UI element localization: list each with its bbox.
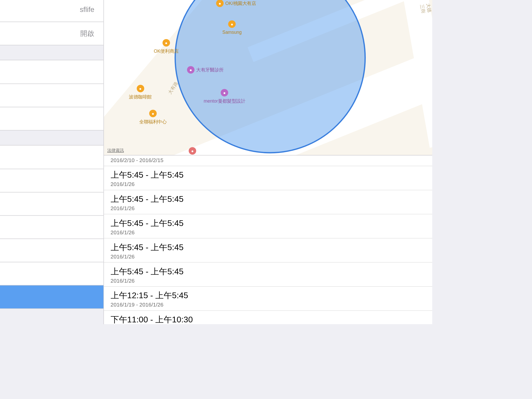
poi-label: OK/桃園大有店 (225, 0, 256, 6)
row-label: Wi-Fi (0, 6, 80, 14)
map-poi[interactable]: ●OK/桃園大有店 (216, 0, 256, 7)
row-label: 電池 (0, 269, 97, 278)
visit-row[interactable]: 上午5:45 - 上午5:452016/1/26 (104, 238, 432, 263)
row-label: 藍牙 (0, 29, 80, 38)
visit-time: 上午12:15 - 上午5:45 (111, 290, 426, 301)
visit-range-header: 2016/2/10 - 2016/2/15 (104, 155, 432, 166)
legal-link[interactable]: 法律資訊 (107, 148, 124, 153)
row-label: 控制中心 (0, 90, 97, 100)
visit-time: 上午5:45 - 上午5:45 (111, 266, 426, 277)
detail-panel: ‹ 桃園縣 參訪次數 ●Hu-t'ou Shan●萊茵堡咖啡簡餐●OK/桃園大有… (104, 0, 432, 324)
map-poi[interactable]: ●Samsung (222, 20, 242, 34)
visit-date: 2016/1/26 (111, 254, 426, 260)
visit-date: 2016/1/26 (111, 229, 426, 236)
visit-row[interactable]: 上午5:45 - 上午5:452016/1/26 (104, 263, 432, 287)
row-label: 一般 (0, 152, 97, 162)
poi-label: OK便利商店 (154, 48, 179, 55)
row-label: 聲音 (0, 222, 97, 232)
visit-list[interactable]: 2016/2/10 - 2016/2/15 上午5:45 - 上午5:45201… (104, 155, 432, 324)
sidebar-item-螢幕顯示與亮度[interactable]: AA螢幕顯示與亮度 (0, 169, 103, 192)
sidebar-item-藍牙[interactable]: 藍牙開啟 (0, 22, 103, 45)
visit-row[interactable]: 上午12:15 - 上午5:452016/1/19 - 2016/1/26 (104, 287, 432, 311)
visit-time: 上午5:45 - 上午5:45 (111, 218, 426, 229)
visit-time: 下午11:00 - 上午10:30 (111, 314, 426, 324)
sidebar-item-Wi-Fi[interactable]: Wi-Fisflife (0, 0, 103, 22)
road-label: 大德三街 (419, 3, 432, 17)
map-poi[interactable]: ●波德咖啡館 (129, 85, 152, 100)
row-label: 勿擾模式 (0, 114, 97, 123)
row-value: sflife (80, 6, 94, 14)
visit-row[interactable]: 上午5:45 - 上午5:452016/1/26 (104, 215, 432, 239)
row-label: 背景圖片 (0, 199, 97, 209)
poi-label: 大有牙醫診所 (196, 67, 224, 73)
poi-icon: ● (187, 66, 195, 74)
visit-time: 上午5:45 - 上午5:45 (111, 242, 426, 253)
map-poi[interactable]: ●mentor曼都髮型設計 (204, 89, 245, 104)
poi-icon: ● (228, 20, 236, 28)
sidebar-item-密碼[interactable]: 密碼 (0, 238, 103, 262)
sidebar-item-控制中心[interactable]: 控制中心 (0, 84, 103, 107)
sidebar-item-一般[interactable]: 一般 (0, 145, 103, 169)
visit-date: 2016/1/26 (111, 278, 426, 284)
sidebar-item-背景圖片[interactable]: 背景圖片 (0, 192, 103, 215)
settings-sidebar: 設定 飛航模式Wi-Fisflife藍牙開啟通知控制中心勿擾模式一般AA螢幕顯示… (0, 0, 104, 324)
poi-icon: ● (137, 85, 144, 92)
poi-icon: ● (221, 89, 228, 96)
sidebar-item-電池[interactable]: 電池 (0, 262, 103, 285)
poi-label: mentor曼都髮型設計 (204, 98, 245, 104)
poi-icon: ● (149, 110, 157, 117)
visit-date: 2016/1/19 - 2016/1/26 (111, 302, 426, 308)
road-label: 大有路 (167, 81, 179, 95)
visit-date: 2016/1/26 (111, 181, 426, 188)
row-label: 螢幕顯示與亮度 (0, 176, 97, 185)
sidebar-item-聲音[interactable]: 聲音 (0, 215, 103, 239)
sidebar-item-隱私權[interactable]: 隱私權 (0, 285, 103, 309)
visit-date: 2016/1/26 (111, 205, 426, 211)
visit-time: 上午5:45 - 上午5:45 (111, 194, 426, 205)
sidebar-item-通知[interactable]: 通知 (0, 60, 103, 84)
poi-icon: ● (163, 39, 170, 46)
row-label: 通知 (0, 67, 97, 77)
visit-row[interactable]: 上午5:45 - 上午5:452016/1/26 (104, 166, 432, 190)
visit-time: 上午5:45 - 上午5:45 (111, 170, 426, 181)
map[interactable]: ●Hu-t'ou Shan●萊茵堡咖啡簡餐●OK/桃園大有店●Samsung●O… (104, 0, 432, 155)
visit-row[interactable]: 上午5:45 - 上午5:452016/1/26 (104, 190, 432, 215)
row-label: 隱私權 (0, 292, 97, 302)
poi-icon: ● (189, 147, 196, 155)
poi-icon: ● (216, 0, 224, 7)
map-poi[interactable]: ●達安藥師藥局 (179, 147, 206, 155)
map-poi[interactable]: ●OK便利商店 (154, 39, 179, 54)
poi-label: 全聯福利中心 (139, 119, 167, 125)
poi-label: 波德咖啡館 (129, 94, 152, 100)
map-poi[interactable]: ●全聯福利中心 (139, 110, 167, 125)
row-value: 開啟 (80, 29, 94, 38)
sidebar-item-勿擾模式[interactable]: 勿擾模式 (0, 107, 103, 130)
map-poi[interactable]: ●大有牙醫診所 (187, 66, 224, 74)
row-label: 密碼 (0, 245, 97, 255)
visit-row[interactable]: 下午11:00 - 上午10:302016/1/11 - 2016/1/15 (104, 311, 432, 324)
poi-label: Samsung (222, 30, 242, 35)
